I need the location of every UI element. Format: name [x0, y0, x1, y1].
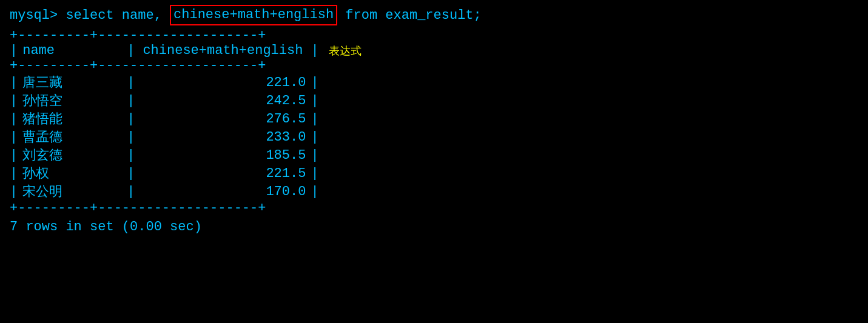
pipe: | [311, 112, 318, 127]
table-row: | 曹孟德 | 233.0 | [10, 128, 858, 146]
cell-value-6: 170.0 [135, 184, 311, 199]
pipe: | [127, 93, 135, 108]
pipe: | [10, 166, 18, 181]
table-row: | 刘玄德 | 185.5 | [10, 146, 858, 164]
cell-name-5: 孙权 [18, 164, 127, 182]
result-summary: 7 rows in set (0.00 sec) [10, 219, 858, 235]
cell-name-2: 猪悟能 [18, 110, 127, 128]
cell-value-2: 276.5 [135, 112, 311, 127]
cell-name-1: 孙悟空 [18, 92, 127, 110]
pipe: | [127, 184, 135, 199]
mysql-prompt: mysql> [10, 8, 66, 23]
pipe: | [127, 75, 135, 90]
pipe: | [10, 148, 18, 163]
pipe: | [127, 112, 135, 127]
cell-value-3: 233.0 [135, 130, 311, 145]
pipe: | [10, 130, 18, 145]
cell-name-3: 曹孟德 [18, 128, 127, 146]
pipe: | [311, 184, 318, 199]
pipe: | [311, 93, 318, 108]
pipe: | [127, 148, 135, 163]
cell-name-0: 唐三藏 [18, 73, 127, 92]
table-header-row: | name | chinese+math+english | 表达式 [10, 43, 858, 58]
cell-value-0: 221.0 [135, 75, 311, 90]
table-header-pipe-end: | [311, 43, 318, 58]
header-name-col: name [18, 43, 127, 58]
expression-annotation: 表达式 [329, 44, 362, 58]
pipe: | [10, 93, 18, 108]
terminal-window: mysql> select name, chinese+math+english… [10, 5, 858, 235]
cell-name-6: 宋公明 [18, 182, 127, 201]
pipe: | [10, 112, 18, 127]
table-header-pipe-start: | [10, 43, 18, 58]
table-top-border: +---------+--------------------+ [10, 28, 858, 43]
pipe: | [311, 166, 318, 181]
cell-name-4: 刘玄德 [18, 146, 127, 164]
table-header-pipe-mid: | [127, 43, 135, 58]
table-row: | 宋公明 | 170.0 | [10, 182, 858, 201]
header-value-col: chinese+math+english [135, 43, 311, 58]
pipe: | [127, 166, 135, 181]
table-row: | 孙权 | 221.5 | [10, 164, 858, 182]
pipe: | [10, 75, 18, 90]
pipe: | [311, 130, 318, 145]
table-row: | 孙悟空 | 242.5 | [10, 92, 858, 110]
cell-value-5: 221.5 [135, 166, 311, 181]
pipe: | [127, 130, 135, 145]
table-mid-border: +---------+--------------------+ [10, 58, 858, 73]
sql-from-part: from exam_result; [337, 8, 482, 23]
cell-value-1: 242.5 [135, 93, 311, 108]
sql-query-line: mysql> select name, chinese+math+english… [10, 5, 858, 25]
cell-value-4: 185.5 [135, 148, 311, 163]
sql-expression-highlighted: chinese+math+english [170, 5, 337, 25]
table-bottom-border: +---------+--------------------+ [10, 201, 858, 216]
table-body: | 唐三藏 | 221.0 | | 孙悟空 | 242.5 | | 猪悟能 | … [10, 73, 858, 201]
table-row: | 猪悟能 | 276.5 | [10, 110, 858, 128]
pipe: | [10, 184, 18, 199]
pipe: | [311, 148, 318, 163]
table-row: | 唐三藏 | 221.0 | [10, 73, 858, 92]
pipe: | [311, 75, 318, 90]
sql-select-part: select name, [66, 8, 170, 23]
